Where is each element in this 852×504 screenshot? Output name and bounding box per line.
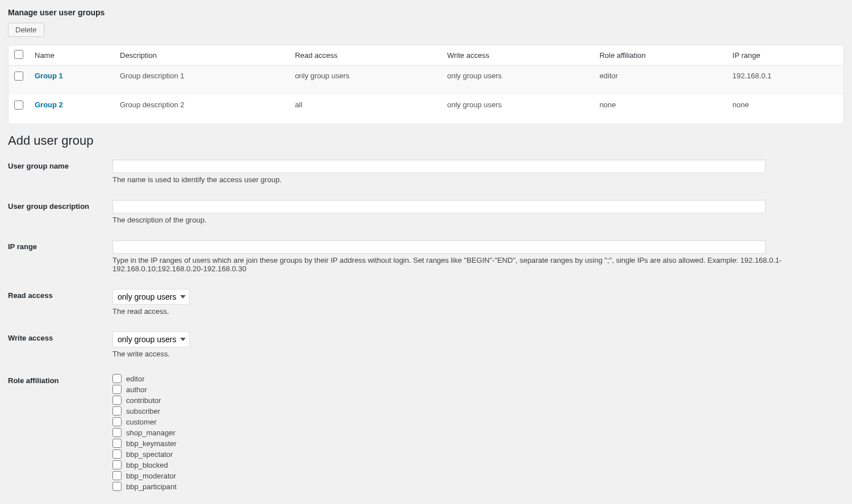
- cell-description: Group description 2: [114, 95, 289, 124]
- role-checkbox-author[interactable]: [112, 385, 122, 394]
- row-checkbox[interactable]: [14, 72, 23, 81]
- name-input[interactable]: [112, 159, 766, 173]
- cell-ip-range: 192.168.0.1: [727, 66, 844, 95]
- role-label: contributor: [126, 396, 161, 405]
- row-checkbox[interactable]: [14, 100, 23, 110]
- col-ip-range-header[interactable]: IP range: [727, 45, 844, 66]
- col-description-header[interactable]: Description: [114, 45, 289, 66]
- role-label: bbp_keymaster: [126, 439, 177, 448]
- table-row: Group 1 Group description 1 only group u…: [9, 66, 844, 95]
- col-write-access-header[interactable]: Write access: [441, 45, 594, 66]
- role-list: editor author contributor subscriber cus…: [112, 374, 844, 493]
- role-checkbox-bbp-spectator[interactable]: [112, 450, 122, 459]
- col-name-header[interactable]: Name: [29, 45, 114, 66]
- cell-role-affiliation: editor: [594, 66, 726, 95]
- role-label: bbp_participant: [126, 482, 177, 491]
- role-label: author: [126, 385, 147, 394]
- name-hint: The name is used to identify the access …: [112, 175, 844, 184]
- role-checkbox-subscriber[interactable]: [112, 406, 122, 415]
- read-access-select[interactable]: only group users: [112, 289, 190, 305]
- group-name-link[interactable]: Group 1: [35, 72, 63, 80]
- role-checkbox-bbp-participant[interactable]: [112, 482, 122, 491]
- role-label: customer: [126, 418, 156, 426]
- groups-table: Name Description Read access Write acces…: [8, 45, 844, 124]
- table-row: Group 2 Group description 2 all only gro…: [9, 95, 844, 124]
- role-checkbox-customer[interactable]: [112, 417, 122, 426]
- role-checkbox-shop-manager[interactable]: [112, 428, 122, 437]
- cell-description: Group description 1: [114, 66, 289, 95]
- role-label: bbp_moderator: [126, 472, 176, 480]
- cell-ip-range: none: [727, 95, 844, 124]
- role-label: shop_manager: [126, 429, 176, 437]
- write-access-select[interactable]: only group users: [112, 331, 190, 347]
- cell-read-access: only group users: [289, 66, 441, 95]
- role-affiliation-label: Role affiliation: [8, 374, 112, 385]
- cell-role-affiliation: none: [594, 95, 726, 124]
- ip-range-hint: Type in the IP ranges of users which are…: [112, 256, 844, 273]
- role-checkbox-contributor[interactable]: [112, 396, 122, 405]
- read-access-label: Read access: [8, 289, 112, 300]
- role-label: bbp_blocked: [126, 461, 168, 469]
- description-label: User group description: [8, 200, 112, 211]
- role-label: bbp_spectator: [126, 450, 173, 459]
- ip-range-label: IP range: [8, 240, 112, 251]
- cell-write-access: only group users: [441, 95, 594, 124]
- description-input[interactable]: [112, 200, 766, 213]
- role-checkbox-bbp-blocked[interactable]: [112, 460, 122, 469]
- role-checkbox-editor[interactable]: [112, 374, 122, 383]
- cell-read-access: all: [289, 95, 441, 124]
- role-checkbox-bbp-moderator[interactable]: [112, 471, 122, 480]
- role-label: subscriber: [126, 407, 160, 415]
- delete-button[interactable]: Delete: [8, 23, 44, 37]
- cell-write-access: only group users: [441, 66, 594, 95]
- select-all-checkbox[interactable]: [14, 50, 23, 59]
- page-title: Manage user user groups: [8, 8, 844, 17]
- name-label: User group name: [8, 159, 112, 170]
- write-access-label: Write access: [8, 331, 112, 342]
- col-read-access-header[interactable]: Read access: [289, 45, 441, 66]
- write-access-hint: The write access.: [112, 350, 844, 358]
- role-label: editor: [126, 375, 145, 383]
- role-checkbox-bbp-keymaster[interactable]: [112, 439, 122, 448]
- group-name-link[interactable]: Group 2: [35, 100, 63, 109]
- col-role-affiliation-header[interactable]: Role affiliation: [594, 45, 726, 66]
- ip-range-input[interactable]: [112, 240, 766, 254]
- read-access-hint: The read access.: [112, 307, 844, 316]
- description-hint: The description of the group.: [112, 216, 844, 224]
- add-group-title: Add user group: [8, 133, 844, 148]
